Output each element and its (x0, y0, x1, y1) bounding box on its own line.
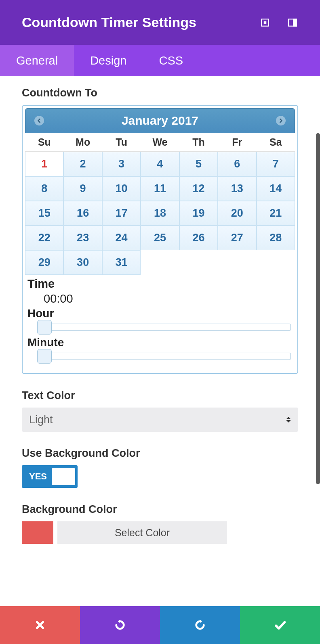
day-cell-empty (257, 250, 295, 275)
time-section: Time 00:00 Hour Minute (25, 275, 295, 371)
day-cell[interactable]: 19 (179, 201, 218, 226)
day-cell[interactable]: 10 (102, 176, 141, 201)
text-color-value: Light (29, 414, 53, 426)
tab-css[interactable]: CSS (143, 45, 199, 76)
hour-label: Hour (27, 307, 293, 320)
day-cell[interactable]: 13 (218, 176, 256, 201)
datepicker-days: 1234567891011121314151617181920212223242… (25, 152, 295, 275)
day-cell[interactable]: 28 (257, 226, 295, 250)
svg-marker-4 (118, 620, 120, 623)
svg-marker-5 (200, 620, 202, 623)
dayhead-we: We (141, 133, 179, 152)
day-cell[interactable]: 5 (179, 152, 218, 176)
day-cell[interactable]: 2 (63, 152, 102, 176)
dayhead-tu: Tu (102, 133, 141, 152)
time-label: Time (27, 277, 293, 291)
dayhead-th: Th (179, 133, 218, 152)
redo-button[interactable] (160, 606, 240, 644)
datepicker-dayheads: Su Mo Tu We Th Fr Sa (25, 133, 295, 152)
hour-slider-track (40, 324, 291, 331)
svg-rect-3 (293, 19, 297, 26)
toggle-yes-label: YES (22, 471, 47, 482)
day-cell[interactable]: 31 (102, 250, 141, 275)
day-cell[interactable]: 11 (141, 176, 179, 201)
day-cell[interactable]: 17 (102, 201, 141, 226)
content-area: Countdown To January 2017 Su Mo Tu We Th… (0, 76, 320, 560)
day-cell-empty (179, 250, 218, 275)
text-color-label: Text Color (22, 389, 298, 402)
scrollbar-thumb[interactable] (316, 133, 320, 484)
datepicker-header: January 2017 (25, 108, 295, 133)
prev-month-icon[interactable] (34, 116, 44, 125)
snap-right-icon[interactable] (287, 17, 298, 28)
day-cell[interactable]: 24 (102, 226, 141, 250)
day-cell[interactable]: 15 (25, 201, 63, 226)
day-cell[interactable]: 23 (63, 226, 102, 250)
tabs-bar: General Design CSS (0, 45, 320, 76)
select-color-button[interactable]: Select Color (57, 521, 227, 544)
dayhead-fr: Fr (218, 133, 256, 152)
header-actions (259, 17, 298, 28)
day-cell[interactable]: 20 (218, 201, 256, 226)
modal-header: Countdown Timer Settings (0, 0, 320, 45)
select-caret-icon (286, 417, 291, 422)
hour-slider[interactable] (27, 320, 293, 335)
day-cell[interactable]: 1 (25, 152, 63, 176)
hour-slider-handle[interactable] (37, 320, 52, 335)
day-cell[interactable]: 7 (257, 152, 295, 176)
day-cell[interactable]: 25 (141, 226, 179, 250)
day-cell[interactable]: 30 (63, 250, 102, 275)
save-button[interactable] (240, 606, 320, 644)
dayhead-su: Su (25, 133, 63, 152)
day-cell[interactable]: 3 (102, 152, 141, 176)
next-month-icon[interactable] (276, 116, 286, 125)
day-cell[interactable]: 4 (141, 152, 179, 176)
use-bg-color-label: Use Background Color (22, 447, 298, 460)
day-cell[interactable]: 22 (25, 226, 63, 250)
cancel-button[interactable] (0, 606, 80, 644)
day-cell[interactable]: 27 (218, 226, 256, 250)
bg-color-label: Background Color (22, 503, 298, 516)
day-cell[interactable]: 18 (141, 201, 179, 226)
use-bg-color-toggle[interactable]: YES (22, 465, 78, 488)
month-year-title: January 2017 (122, 114, 198, 128)
svg-rect-1 (264, 21, 266, 23)
time-value: 00:00 (27, 292, 293, 305)
minute-label: Minute (27, 336, 293, 349)
day-cell[interactable]: 8 (25, 176, 63, 201)
day-cell[interactable]: 26 (179, 226, 218, 250)
footer-actions (0, 606, 320, 644)
day-cell[interactable]: 12 (179, 176, 218, 201)
minute-slider-track (40, 353, 291, 360)
undo-button[interactable] (80, 606, 160, 644)
modal-title: Countdown Timer Settings (22, 15, 196, 30)
day-cell[interactable]: 14 (257, 176, 295, 201)
day-cell[interactable]: 29 (25, 250, 63, 275)
day-cell-empty (218, 250, 256, 275)
bg-color-row: Select Color (22, 521, 298, 544)
dayhead-sa: Sa (257, 133, 295, 152)
day-cell-empty (141, 250, 179, 275)
minute-slider-handle[interactable] (37, 349, 52, 364)
day-cell[interactable]: 16 (63, 201, 102, 226)
day-cell[interactable]: 6 (218, 152, 256, 176)
countdown-to-label: Countdown To (22, 87, 298, 99)
tab-general[interactable]: General (0, 45, 74, 76)
tab-design[interactable]: Design (74, 45, 143, 76)
text-color-select[interactable]: Light (22, 408, 298, 432)
day-cell[interactable]: 9 (63, 176, 102, 201)
expand-icon[interactable] (259, 17, 271, 28)
minute-slider[interactable] (27, 349, 293, 364)
datepicker: January 2017 Su Mo Tu We Th Fr Sa 123456… (22, 105, 298, 374)
day-cell[interactable]: 21 (257, 201, 295, 226)
bg-color-swatch[interactable] (22, 521, 53, 544)
toggle-knob (52, 468, 75, 485)
dayhead-mo: Mo (63, 133, 102, 152)
